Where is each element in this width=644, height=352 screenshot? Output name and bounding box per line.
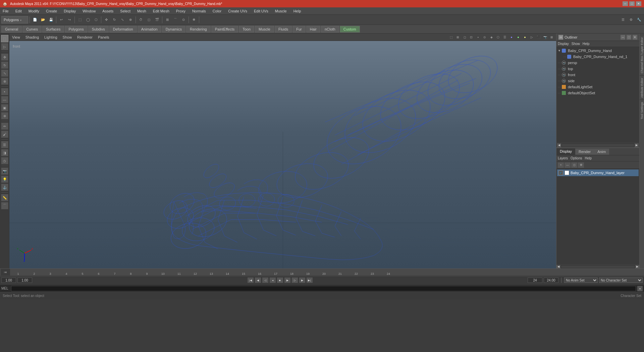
channel-box-tab[interactable]: Channel Box / Layer Editor — [640, 35, 644, 76]
outliner-item-side[interactable]: — 📷 side — [556, 78, 639, 84]
camera-btn[interactable]: 📷 — [1, 167, 8, 175]
menu-edit-uvs[interactable]: Edit UVs — [253, 8, 270, 14]
tab-ncloth[interactable]: nCloth — [321, 26, 339, 33]
face-tool-btn[interactable]: ▣ — [1, 104, 8, 111]
tab-toon[interactable]: Toon — [239, 26, 254, 33]
outliner-item-front[interactable]: — 📷 front — [556, 72, 639, 78]
menu-normals[interactable]: Normals — [191, 8, 207, 14]
layer-scroll-track[interactable] — [561, 266, 635, 268]
move-icon[interactable]: ✜ — [103, 16, 110, 23]
om-help[interactable]: Help — [583, 42, 590, 46]
menu-edit[interactable]: Edit — [14, 8, 23, 14]
component-mask-icon[interactable]: ⊞ — [455, 34, 461, 40]
vp-menu-shading[interactable]: Shading — [24, 35, 40, 40]
tool-dropdown[interactable]: Polygons — [1, 16, 28, 23]
scale-icon[interactable]: ⤡ — [119, 16, 126, 23]
vp-icon-bbox[interactable]: ⬛ — [535, 34, 541, 40]
outliner-minimize-btn[interactable]: ─ — [621, 35, 625, 40]
lm-layers[interactable]: Layers — [558, 156, 568, 160]
undo-icon[interactable]: ↩ — [58, 16, 65, 23]
layer-tab-render[interactable]: Render — [575, 149, 594, 155]
layer-color-swatch[interactable] — [565, 170, 569, 175]
tab-painteffects[interactable]: PaintEffects — [211, 26, 238, 33]
measure-btn[interactable]: 📏 — [1, 194, 8, 201]
om-display[interactable]: Display — [558, 42, 569, 46]
render-region-icon[interactable]: ◻ — [145, 16, 153, 23]
vp-icon-8[interactable]: ⬡ — [495, 34, 501, 40]
vp-menu-show[interactable]: Show — [61, 35, 73, 40]
vp-icon-smooth3[interactable]: ● — [522, 34, 528, 40]
anim-set-select[interactable]: No Anim Set — [564, 278, 598, 283]
minimize-button[interactable]: ─ — [623, 1, 628, 6]
outliner-scroll-left[interactable]: ◀ — [557, 143, 561, 147]
prev-key-btn[interactable]: ◁ — [262, 278, 268, 283]
layer-scroll-right[interactable]: ▶ — [635, 265, 639, 268]
outliner-scrollbar[interactable]: ◀ ▶ — [556, 143, 639, 147]
maximize-button[interactable]: □ — [629, 1, 635, 6]
outliner-item-persp[interactable]: — 📷 persp — [556, 60, 639, 66]
menu-modify[interactable]: Modify — [27, 8, 41, 14]
sculpt-tool-btn[interactable]: ✏ — [1, 122, 8, 130]
snap-grid-icon[interactable]: ⊞ — [164, 16, 171, 23]
menu-muscle[interactable]: Muscle — [274, 8, 288, 14]
render-layer-btn[interactable]: ◨ — [1, 149, 8, 156]
vp-menu-panels[interactable]: Panels — [97, 35, 111, 40]
select-icon[interactable]: ⬚ — [76, 16, 84, 23]
outliner-item-lightset[interactable]: — defaultLightSet — [556, 84, 639, 90]
vp-icon-smooth2[interactable]: ● — [515, 34, 521, 40]
close-button[interactable]: ✕ — [636, 1, 641, 6]
tool-settings-tab[interactable]: Tool Settings — [640, 100, 644, 121]
menu-assets[interactable]: Assets — [101, 8, 115, 14]
new-file-icon[interactable]: 📄 — [31, 16, 39, 23]
menu-select[interactable]: Select — [119, 8, 132, 14]
timeline-start-btn[interactable]: ⏮ — [1, 269, 10, 275]
vp-icon-3[interactable]: ◻ — [462, 34, 468, 40]
redo-icon[interactable]: ↪ — [66, 16, 73, 23]
move-tool-btn[interactable]: ✜ — [1, 53, 8, 61]
next-frame-btn[interactable]: ▶ — [299, 278, 305, 283]
vp-menu-renderer[interactable]: Renderer — [76, 35, 94, 40]
play-back-btn[interactable]: ◂ — [270, 278, 276, 283]
paint-tool-btn[interactable]: 🖌 — [1, 131, 8, 138]
vp-icon-res[interactable]: ⊞ — [549, 34, 555, 40]
vp-icon-9[interactable]: ☰ — [502, 34, 508, 40]
tab-general[interactable]: General — [1, 26, 22, 33]
anim-layer-btn[interactable]: ◷ — [1, 157, 8, 164]
soft-select-icon[interactable]: ❋ — [190, 16, 198, 23]
select-tool-btn[interactable]: ⬚ — [1, 35, 8, 42]
outliner-close-btn[interactable]: ✕ — [633, 35, 637, 40]
character-set-select[interactable]: No Character Set — [599, 278, 643, 283]
vp-menu-lighting[interactable]: Lighting — [43, 35, 59, 40]
render-icon[interactable]: 🎬 — [153, 16, 161, 23]
next-key-btn[interactable]: ▷ — [292, 278, 298, 283]
play-fwd-btn[interactable]: ▶ — [284, 278, 290, 283]
tool-settings-icon[interactable]: 🔧 — [635, 16, 643, 23]
go-start-btn[interactable]: |◀ — [248, 278, 254, 283]
tab-dynamics[interactable]: Dynamics — [162, 26, 185, 33]
outliner-scroll-right[interactable]: ▶ — [635, 143, 639, 147]
menu-create-uvs[interactable]: Create UVs — [227, 8, 249, 14]
outliner-item-child1[interactable]: — Baby_CPR_Dummy_Hand_nd_1 — [556, 54, 639, 60]
play-end-input[interactable] — [544, 278, 558, 283]
layer-new-icon[interactable]: + — [558, 162, 564, 168]
tab-fluids[interactable]: Fluids — [275, 26, 292, 33]
tab-surfaces[interactable]: Surfaces — [42, 26, 64, 33]
rotate-icon[interactable]: ↻ — [111, 16, 118, 23]
display-layer-btn[interactable]: ☰ — [1, 141, 8, 148]
lm-help[interactable]: Help — [585, 156, 592, 160]
history-icon[interactable]: ⏱ — [137, 16, 145, 23]
mel-input[interactable] — [11, 286, 636, 291]
prev-frame-btn[interactable]: ◀ — [255, 278, 261, 283]
attribute-editor-icon[interactable]: ⚙ — [627, 16, 635, 23]
outliner-scroll-track[interactable] — [562, 144, 634, 147]
menu-file[interactable]: File — [1, 8, 10, 14]
tab-custom[interactable]: Custom — [340, 26, 360, 33]
stop-btn[interactable]: ■ — [277, 278, 283, 283]
start-frame-input[interactable] — [1, 278, 16, 283]
go-end-btn[interactable]: ▶| — [307, 278, 313, 283]
tab-hair[interactable]: Hair — [306, 26, 320, 33]
menu-create[interactable]: Create — [45, 8, 58, 14]
menu-window[interactable]: Window — [81, 8, 97, 14]
layer-tab-anim[interactable]: Anim — [594, 149, 609, 155]
range-end-input[interactable] — [528, 278, 542, 283]
